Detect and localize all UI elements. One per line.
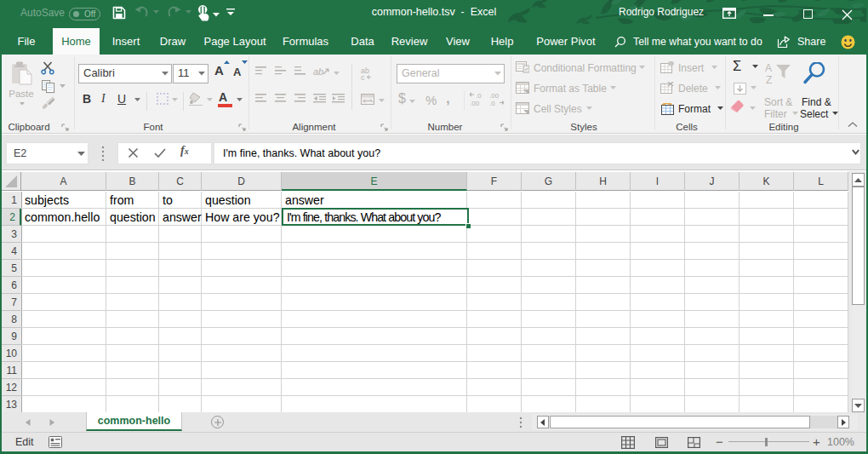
svg-text:.00: .00	[489, 92, 500, 100]
svg-text:ab: ab	[313, 66, 323, 77]
svg-text:Z: Z	[766, 74, 772, 84]
svg-text:A: A	[765, 62, 772, 74]
svg-text:.00: .00	[470, 100, 480, 106]
svg-text:.0: .0	[476, 92, 482, 100]
svg-text:c: c	[361, 73, 365, 80]
svg-text:.0: .0	[489, 100, 495, 106]
